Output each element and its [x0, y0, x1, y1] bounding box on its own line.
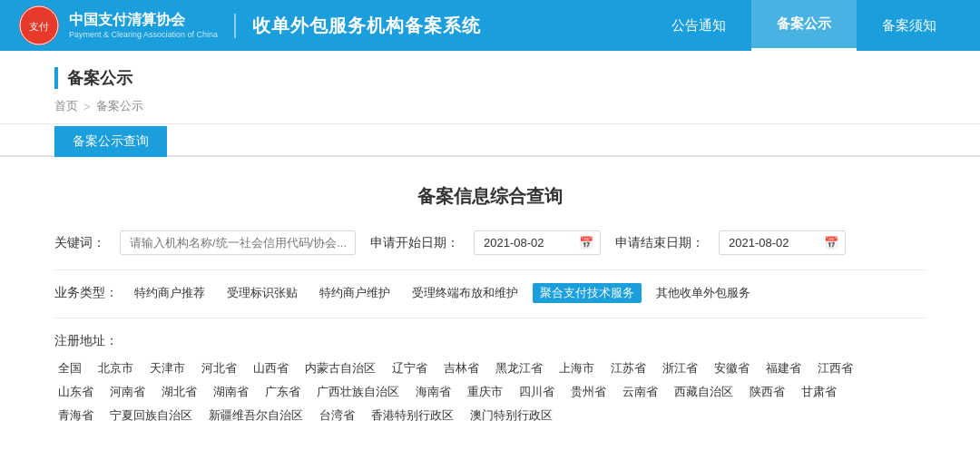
region-option-2-4[interactable]: 香港特别行政区 [368, 406, 457, 426]
type-option-4[interactable]: 聚合支付技术服务 [533, 283, 642, 303]
region-option-0-3[interactable]: 河北省 [198, 358, 240, 378]
region-option-0-4[interactable]: 山西省 [250, 358, 292, 378]
type-option-5[interactable]: 其他收单外包服务 [649, 283, 758, 303]
region-option-1-4[interactable]: 广东省 [261, 382, 304, 402]
search-row-1: 关键词： 申请开始日期： 📅 申请结束日期： 📅 [54, 230, 926, 255]
nav-item-announcement[interactable]: 公告通知 [646, 0, 751, 51]
region-option-1-11[interactable]: 西藏自治区 [671, 382, 737, 402]
type-option-2[interactable]: 特约商户维护 [312, 283, 397, 303]
region-option-0-0[interactable]: 全国 [54, 358, 85, 378]
region-option-0-6[interactable]: 辽宁省 [388, 358, 431, 378]
breadcrumb-home[interactable]: 首页 [54, 98, 78, 114]
region-option-0-9[interactable]: 上海市 [555, 358, 598, 378]
logo-icon: 支付 [18, 5, 60, 46]
region-option-1-12[interactable]: 陕西省 [746, 382, 789, 402]
breadcrumb-sep: > [83, 100, 91, 113]
region-option-2-0[interactable]: 青海省 [54, 406, 97, 426]
region-option-0-1[interactable]: 北京市 [94, 358, 137, 378]
breadcrumb: 首页 > 备案公示 [54, 98, 926, 114]
logo-sub-text: Payment & Clearing Association of China [69, 30, 218, 40]
region-option-1-0[interactable]: 山东省 [54, 382, 97, 402]
search-section: 备案信息综合查询 关键词： 申请开始日期： 📅 申请结束日期： 📅 业务类型： … [0, 157, 980, 444]
region-option-1-7[interactable]: 重庆市 [464, 382, 506, 402]
region-option-0-7[interactable]: 吉林省 [440, 358, 483, 378]
main-content: 备案公示 首页 > 备案公示 备案公示查询 备案信息综合查询 关键词： 申请开始… [0, 51, 980, 470]
keyword-input[interactable] [120, 230, 356, 255]
region-option-1-9[interactable]: 贵州省 [567, 382, 610, 402]
start-date-label: 申请开始日期： [370, 235, 459, 251]
region-option-1-8[interactable]: 四川省 [515, 382, 558, 402]
region-option-0-5[interactable]: 内蒙古自治区 [301, 358, 379, 378]
type-option-3[interactable]: 受理终端布放和维护 [405, 283, 525, 303]
logo: 支付 中国支付清算协会 Payment & Clearing Associati… [18, 5, 218, 46]
type-option-0[interactable]: 特约商户推荐 [127, 283, 212, 303]
system-title: 收单外包服务机构备案系统 [234, 14, 481, 38]
region-option-0-11[interactable]: 浙江省 [659, 358, 701, 378]
business-type-row: 业务类型： 特约商户推荐受理标识张贴特约商户维护受理终端布放和维护聚合支付技术服… [54, 283, 926, 303]
region-row: 注册地址： 全国北京市天津市河北省山西省内蒙古自治区辽宁省吉林省黑龙江省上海市江… [54, 331, 926, 426]
keyword-label: 关键词： [54, 235, 105, 251]
region-option-2-1[interactable]: 宁夏回族自治区 [106, 406, 196, 426]
svg-text:支付: 支付 [29, 21, 49, 32]
nav-item-notice[interactable]: 备案须知 [857, 0, 962, 51]
row-divider-1 [54, 269, 926, 270]
end-date-input[interactable] [719, 230, 846, 255]
logo-main-text: 中国支付清算协会 [69, 11, 218, 30]
nav-item-filing[interactable]: 备案公示 [751, 0, 857, 51]
region-option-2-5[interactable]: 澳门特别行政区 [466, 406, 556, 426]
region-option-0-10[interactable]: 江苏省 [607, 358, 650, 378]
region-option-2-3[interactable]: 台湾省 [316, 406, 358, 426]
start-date-wrap: 📅 [474, 230, 601, 255]
row-divider-2 [54, 318, 926, 318]
start-date-input[interactable] [474, 230, 601, 255]
main-nav: 公告通知 备案公示 备案须知 [646, 0, 962, 51]
region-option-1-5[interactable]: 广西壮族自治区 [313, 382, 403, 402]
region-label: 注册地址： [54, 331, 118, 349]
region-option-1-10[interactable]: 云南省 [619, 382, 662, 402]
type-option-1[interactable]: 受理标识张贴 [220, 283, 305, 303]
tab-bar: 备案公示查询 [0, 124, 980, 157]
region-option-0-13[interactable]: 福建省 [762, 358, 805, 378]
section-title: 备案信息综合查询 [54, 184, 926, 209]
region-option-1-2[interactable]: 湖北省 [158, 382, 201, 402]
region-option-2-2[interactable]: 新疆维吾尔自治区 [205, 406, 307, 426]
page-title-bar: 备案公示 首页 > 备案公示 [0, 51, 980, 124]
region-option-1-13[interactable]: 甘肃省 [798, 382, 840, 402]
business-type-label: 业务类型： [54, 283, 118, 301]
region-options: 全国北京市天津市河北省山西省内蒙古自治区辽宁省吉林省黑龙江省上海市江苏省浙江省安… [54, 358, 926, 426]
region-option-0-14[interactable]: 江西省 [814, 358, 857, 378]
header: 支付 中国支付清算协会 Payment & Clearing Associati… [0, 0, 980, 51]
breadcrumb-current: 备案公示 [96, 98, 143, 114]
region-option-0-12[interactable]: 安徽省 [710, 358, 753, 378]
end-date-label: 申请结束日期： [615, 235, 704, 251]
end-date-wrap: 📅 [719, 230, 846, 255]
tab-filing-query[interactable]: 备案公示查询 [54, 126, 167, 157]
region-option-0-2[interactable]: 天津市 [146, 358, 189, 378]
region-option-0-8[interactable]: 黑龙江省 [492, 358, 546, 378]
region-option-1-3[interactable]: 湖南省 [210, 382, 252, 402]
type-options: 特约商户推荐受理标识张贴特约商户维护受理终端布放和维护聚合支付技术服务其他收单外… [127, 283, 758, 303]
page-title: 备案公示 [54, 67, 926, 89]
region-option-1-1[interactable]: 河南省 [106, 382, 149, 402]
region-option-1-6[interactable]: 海南省 [412, 382, 455, 402]
